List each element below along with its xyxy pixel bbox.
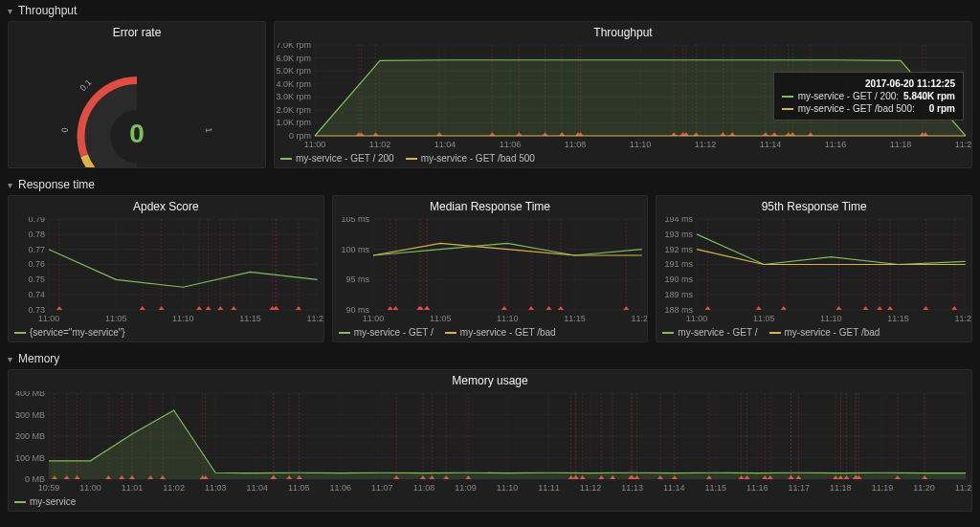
svg-text:11:20: 11:20 (631, 314, 647, 323)
svg-text:1: 1 (204, 127, 213, 133)
panel-title: Median Response Time (333, 196, 648, 217)
svg-text:11:06: 11:06 (330, 483, 352, 493)
svg-text:11:10: 11:10 (820, 314, 841, 323)
svg-text:200 MB: 200 MB (15, 431, 45, 441)
legend: my-service (9, 493, 971, 511)
svg-text:5.0K rpm: 5.0K rpm (276, 66, 311, 76)
svg-text:11:20: 11:20 (955, 140, 971, 149)
row-header-throughput[interactable]: ▾ Throughput (0, 0, 980, 21)
svg-text:11:11: 11:11 (538, 483, 560, 493)
svg-text:11:05: 11:05 (288, 483, 310, 493)
svg-text:11:20: 11:20 (955, 314, 971, 323)
panel-throughput[interactable]: Throughput 0 rpm1.0K rpm2.0K rpm3.0K rpm… (274, 21, 972, 168)
svg-text:11:15: 11:15 (564, 314, 585, 323)
svg-text:11:21: 11:21 (955, 483, 971, 493)
svg-text:4.0K rpm: 4.0K rpm (276, 79, 311, 89)
panel-title: Memory usage (9, 370, 971, 391)
svg-text:11:14: 11:14 (663, 483, 685, 493)
svg-text:0.78: 0.78 (28, 230, 44, 239)
svg-text:105 ms: 105 ms (341, 217, 369, 224)
svg-text:10:59: 10:59 (38, 483, 60, 493)
svg-text:3.0K rpm: 3.0K rpm (276, 92, 311, 101)
svg-text:11:10: 11:10 (497, 314, 518, 323)
svg-text:7.0K rpm: 7.0K rpm (276, 43, 311, 50)
svg-text:11:16: 11:16 (825, 140, 847, 149)
panel-apdex[interactable]: Apdex Score 0.730.740.750.760.770.780.79… (8, 195, 324, 342)
chevron-down-icon: ▾ (8, 6, 12, 16)
row-title: Memory (18, 352, 59, 365)
svg-text:11:07: 11:07 (371, 483, 393, 493)
svg-text:95 ms: 95 ms (345, 274, 369, 284)
svg-text:0: 0 (60, 127, 70, 133)
svg-text:11:08: 11:08 (565, 140, 587, 149)
svg-text:100 ms: 100 ms (341, 245, 369, 254)
svg-text:1.0K rpm: 1.0K rpm (276, 118, 311, 127)
svg-text:0.75: 0.75 (28, 274, 44, 284)
panel-median[interactable]: Median Response Time 90 ms95 ms100 ms105… (332, 195, 649, 342)
svg-text:11:16: 11:16 (746, 483, 768, 493)
svg-text:11:15: 11:15 (704, 483, 726, 493)
svg-text:11:10: 11:10 (630, 140, 652, 149)
svg-text:11:06: 11:06 (500, 140, 522, 149)
svg-text:192 ms: 192 ms (665, 245, 694, 254)
svg-text:11:01: 11:01 (122, 483, 144, 493)
svg-text:11:13: 11:13 (621, 483, 643, 493)
svg-text:190 ms: 190 ms (665, 274, 694, 284)
row-header-memory[interactable]: ▾ Memory (0, 348, 980, 369)
svg-text:11:00: 11:00 (362, 314, 383, 323)
svg-text:11:20: 11:20 (306, 314, 323, 323)
panel-title: Throughput (275, 22, 971, 43)
svg-text:0.77: 0.77 (28, 245, 44, 254)
svg-text:11:00: 11:00 (304, 140, 326, 149)
panel-title: Apdex Score (9, 196, 323, 217)
legend: {service="my-service"} (9, 323, 323, 341)
svg-text:11:12: 11:12 (580, 483, 602, 493)
svg-text:191 ms: 191 ms (665, 260, 694, 270)
svg-text:11:00: 11:00 (79, 483, 101, 493)
svg-text:189 ms: 189 ms (665, 290, 694, 299)
svg-text:11:20: 11:20 (913, 483, 935, 493)
svg-text:11:00: 11:00 (38, 314, 59, 323)
svg-text:6.0K rpm: 6.0K rpm (276, 54, 311, 63)
svg-text:11:10: 11:10 (172, 314, 193, 323)
svg-text:11:04: 11:04 (246, 483, 268, 493)
panel-memory[interactable]: Memory usage 0 MB100 MB200 MB300 MB400 M… (8, 369, 972, 512)
svg-text:194 ms: 194 ms (665, 217, 694, 224)
panel-title: Error rate (9, 22, 265, 43)
svg-text:11:09: 11:09 (455, 483, 477, 493)
svg-text:0.74: 0.74 (28, 290, 44, 299)
chevron-down-icon: ▾ (8, 354, 12, 364)
svg-text:11:12: 11:12 (695, 140, 717, 149)
chevron-down-icon: ▾ (8, 180, 12, 190)
svg-text:11:02: 11:02 (163, 483, 185, 493)
legend: my-service - GET / 200my-service - GET /… (275, 149, 971, 167)
legend: my-service - GET /my-service - GET /bad (333, 323, 648, 341)
svg-text:11:18: 11:18 (890, 140, 912, 149)
svg-text:11:05: 11:05 (753, 314, 774, 323)
svg-text:11:05: 11:05 (105, 314, 126, 323)
svg-text:0.1: 0.1 (78, 77, 94, 93)
row-header-response[interactable]: ▾ Response time (0, 174, 980, 195)
panel-title: 95th Response Time (657, 196, 971, 217)
svg-text:11:18: 11:18 (830, 483, 852, 493)
svg-text:11:15: 11:15 (239, 314, 260, 323)
row-title: Response time (18, 178, 95, 191)
svg-text:11:05: 11:05 (430, 314, 451, 323)
svg-text:300 MB: 300 MB (15, 410, 45, 420)
svg-text:193 ms: 193 ms (665, 230, 694, 239)
svg-text:0.76: 0.76 (28, 260, 44, 270)
svg-text:0: 0 (129, 119, 145, 148)
svg-text:11:08: 11:08 (413, 483, 435, 493)
svg-text:400 MB: 400 MB (15, 391, 45, 398)
panel-p95[interactable]: 95th Response Time 188 ms189 ms190 ms191… (656, 195, 972, 342)
svg-text:2.0K rpm: 2.0K rpm (276, 105, 311, 115)
panel-error-rate[interactable]: Error rate 000.11 (8, 21, 266, 168)
svg-text:11:02: 11:02 (369, 140, 391, 149)
svg-text:0.79: 0.79 (28, 217, 44, 224)
svg-text:11:14: 11:14 (760, 140, 782, 149)
svg-text:11:03: 11:03 (205, 483, 227, 493)
svg-text:11:00: 11:00 (686, 314, 707, 323)
svg-text:11:04: 11:04 (434, 140, 457, 149)
svg-text:11:10: 11:10 (497, 483, 519, 493)
svg-text:100 MB: 100 MB (15, 453, 45, 463)
